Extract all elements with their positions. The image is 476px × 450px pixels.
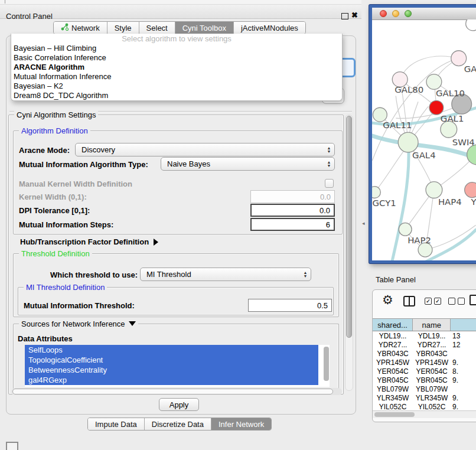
network-node[interactable] [465,182,476,198]
network-icon [61,23,69,32]
mi-steps-label: Mutual Information Steps: [19,220,113,229]
checkbox-checked-icon[interactable]: ✓ [434,298,441,305]
table-row[interactable]: YPR145WYPR145W9. [373,358,476,367]
table-cell: 9. [451,376,476,384]
tab-select[interactable]: Select [139,22,175,34]
top-strip [0,0,361,5]
table-row[interactable]: YBR043CYBR043C [373,349,476,358]
tab-discretize-data[interactable]: Discretize Data [145,418,211,430]
collapse-down-icon[interactable] [129,321,136,326]
table-row[interactable]: YDR27...YDR27...12 [373,340,476,349]
network-node[interactable] [426,182,442,198]
dpi-tolerance-field[interactable]: 0.0 [250,204,335,217]
network-node[interactable] [399,223,412,236]
table-cell: YDR27... [413,340,451,349]
panel-resize-handle[interactable]: ◂ [362,220,365,226]
tab-network[interactable]: Network [54,22,107,34]
table-cell: YBR043C [373,349,413,358]
tab-impute-data[interactable]: Impute Data [88,418,145,430]
which-threshold-combobox[interactable]: MI Threshold ▲▼ [140,268,311,281]
close-traffic-light-icon[interactable] [380,10,387,17]
close-icon[interactable]: ✖ [351,11,358,19]
table-cell: YBR045C [373,376,413,384]
attribute-list-item[interactable]: gal4RGexp [25,375,318,385]
checkbox-checked-icon[interactable]: ✓ [425,298,432,305]
tab-style[interactable]: Style [107,22,139,34]
attribute-list-item[interactable]: SelfLoops [25,345,318,355]
split-columns-icon[interactable] [403,296,415,306]
mi-steps-field[interactable]: 6 [250,218,335,231]
tab-infer-network[interactable]: Infer Network [211,418,271,430]
aracne-mode-combobox[interactable]: Discovery ▲▼ [75,143,335,156]
attribute-list-item[interactable]: BetweennessCentrality [25,365,318,375]
algorithm-list: Bayesian – Hill ClimbingBasic Correlatio… [11,44,342,100]
table-cell: YBL079W [413,384,451,393]
network-view-window[interactable]: GALGAL80GAL10GAL1GAL11SWI4GAL4GCY1HAP4YH… [369,5,476,263]
table-row[interactable]: YIL052CYIL052C9. [373,402,476,410]
horizontal-scrollbar-thumb[interactable] [12,389,333,394]
algorithm-list-item[interactable]: ARACNE Algorithm [11,63,342,72]
network-node[interactable] [466,19,476,31]
tab-jactivemnodules[interactable]: jActiveMNodules [234,22,305,34]
table-cell: YBR043C [413,349,451,358]
float-window-icon[interactable] [341,13,348,19]
table-header-row: shared...name [373,318,476,331]
tab-label: Impute Data [95,420,137,429]
table-row[interactable]: YER054CYER054C8. [373,367,476,376]
kernel-width-field: 0.0 [250,190,335,203]
network-node-label: GCY1 [372,198,396,208]
tab-label: Infer Network [219,420,264,429]
algorithm-list-item[interactable]: Dream8 DC_TDC Algorithm [11,91,342,100]
algorithm-list-item[interactable]: Bayesian – Hill Climbing [11,44,342,53]
attribute-list-item[interactable]: TopologicalCoefficient [25,355,318,365]
column-header[interactable] [451,319,476,331]
table-row[interactable]: YLR345WYLR345W9. [373,393,476,402]
checkbox-unchecked-icon[interactable] [448,298,455,305]
network-node[interactable] [426,74,442,90]
tab-cyni-toolbox[interactable]: Cyni Toolbox [175,22,234,34]
manual-kernel-checkbox[interactable] [325,179,334,188]
zoom-traffic-light-icon[interactable] [405,10,412,17]
kernel-width-value: 0.0 [320,193,331,201]
table-cell: 8. [451,367,476,376]
table-cell: YER054C [373,367,413,376]
list-scrollbar-thumb[interactable] [324,347,329,381]
data-attributes-list: SelfLoopsTopologicalCoefficientBetweenne… [25,345,330,387]
hub-definition-expander[interactable]: Hub/Transcription Factor Definition [20,236,158,247]
gear-icon[interactable]: ⚙ [382,293,393,307]
algorithm-list-item[interactable]: Basic Correlation Inference [11,53,342,63]
network-canvas[interactable]: GALGAL80GAL10GAL1GAL11SWI4GAL4GCY1HAP4YH… [372,19,476,260]
table-hscrollbar-track [373,410,476,418]
network-node[interactable] [429,100,444,115]
sources-title-text: Sources for Network Inference [21,319,125,328]
table-row[interactable]: YBL079WYBL079W [373,384,476,393]
checkbox-unchecked-icon[interactable] [458,298,465,305]
table-row[interactable]: YDL19...YDL19...13 [373,331,476,340]
apply-button[interactable]: Apply [159,398,199,411]
table-panel: ⚙ ✓ ✓ shared...name YDL19...YDL19...13YD… [372,289,476,422]
tab-label: Style [115,24,132,32]
network-node[interactable] [467,145,476,165]
aracne-mode-value: Discovery [76,145,324,154]
column-header[interactable]: name [413,319,451,331]
hub-definition-label: Hub/Transcription Factor Definition [20,237,149,246]
stepper-icon: ▲▼ [324,146,334,154]
algorithm-list-item[interactable]: Bayesian – K2 [11,81,342,91]
tab-label: Select [146,24,168,32]
table-hscrollbar-thumb[interactable] [374,412,415,417]
document-icon[interactable] [470,295,476,305]
settings-scrollbar-thumb[interactable] [346,116,352,338]
table-row[interactable]: YBR045CYBR045C9. [373,376,476,384]
column-header[interactable]: shared... [373,319,413,331]
minimized-panel-icon[interactable] [6,442,18,450]
table-cell: YER054C [413,367,451,376]
table-cell: YDL19... [373,331,413,340]
data-attributes-label: Data Attributes [18,334,73,343]
mi-threshold-field[interactable]: 0.5 [248,299,332,312]
network-node[interactable] [372,187,380,198]
mi-type-combobox[interactable]: Naive Bayes ▲▼ [161,157,335,171]
minimize-traffic-light-icon[interactable] [392,10,399,17]
network-node[interactable] [398,132,418,152]
algorithm-list-item[interactable]: Mutual Information Inference [11,72,342,81]
table-cell: YLR345W [373,393,413,402]
